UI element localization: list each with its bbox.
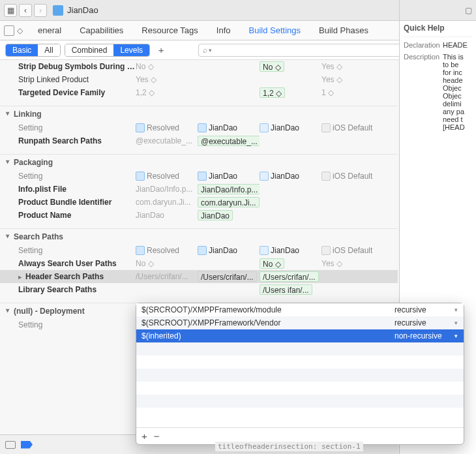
- popover-empty-row: [136, 369, 464, 382]
- paths-popover: $(SRCROOT)/XMPPFramework/modulerecursive…: [136, 303, 464, 445]
- setting-row[interactable]: Product Bundle Identifiercom.daryun.Ji..…: [0, 196, 398, 209]
- setting-row[interactable]: Library Search Paths/Users ifan/...: [0, 283, 398, 296]
- popover-empty-row: [136, 356, 464, 369]
- popover-empty-row: [136, 342, 464, 356]
- setting-row[interactable]: Targeted Device Family1,2 ◇1,2 ◇1 ◇: [0, 86, 398, 99]
- nav-back-button[interactable]: ‹: [19, 4, 32, 17]
- arrows-icon[interactable]: ◇: [17, 26, 23, 35]
- section-header[interactable]: Linking: [0, 106, 398, 121]
- tab-capabilities[interactable]: Capabilities: [70, 22, 132, 39]
- popover-empty-row: [136, 395, 464, 408]
- qh-description-label: Description: [404, 53, 443, 131]
- setting-row[interactable]: Always Search User PathsNo ◇No ◇Yes ◇: [0, 257, 398, 270]
- setting-row[interactable]: Runpath Search Paths@executable_...@exec…: [0, 134, 398, 147]
- section-header[interactable]: Packaging: [0, 154, 398, 170]
- popover-empty-row: [136, 408, 464, 421]
- qh-declaration-label: Declaration: [404, 41, 443, 49]
- tab-resource-tags[interactable]: Resource Tags: [132, 22, 207, 39]
- project-icon: [53, 5, 63, 16]
- section-header[interactable]: Search Paths: [0, 228, 398, 244]
- popover-add-button[interactable]: +: [141, 431, 147, 442]
- tab-info[interactable]: Info: [207, 22, 240, 39]
- seg-levels[interactable]: Levels: [113, 44, 149, 56]
- scope-segment[interactable]: Basic All: [5, 44, 61, 57]
- nav-forward-button[interactable]: ›: [34, 4, 47, 17]
- popover-remove-button[interactable]: −: [154, 431, 160, 442]
- view-segment[interactable]: Combined Levels: [65, 44, 150, 57]
- qh-description-value: This is to be for inc heade Objec Objec …: [443, 53, 472, 131]
- hidden-code-line: titleofheaderinsection: section-1: [215, 442, 363, 451]
- grid-view-icon[interactable]: ▦: [4, 4, 17, 17]
- column-header-row: SettingResolvedJianDaoJianDaoiOS Default: [0, 244, 398, 257]
- setting-row[interactable]: Info.plist FileJianDao/Info.p...JianDao/…: [0, 183, 398, 196]
- seg-all[interactable]: All: [38, 44, 59, 56]
- inspector-toggle-icon[interactable]: ▢: [465, 6, 472, 15]
- setting-row[interactable]: Header Search Paths/Users/crifan/.../Use…: [0, 270, 398, 283]
- setting-row[interactable]: Strip Debug Symbols During C...No ◇No ◇Y…: [0, 60, 398, 73]
- project-name: JianDao: [67, 5, 98, 15]
- tag-icon[interactable]: [21, 441, 33, 449]
- tab-build-settings[interactable]: Build Settings: [240, 22, 310, 39]
- select-all-checkbox[interactable]: [4, 25, 14, 36]
- add-setting-button[interactable]: +: [154, 44, 168, 55]
- popover-path-row[interactable]: $(SRCROOT)/XMPPFramework/modulerecursive…: [136, 303, 464, 316]
- setting-row[interactable]: Strip Linked ProductYes ◇Yes ◇: [0, 73, 398, 86]
- tab-eneral[interactable]: eneral: [29, 22, 70, 39]
- quick-help-title: Quick Help: [404, 23, 472, 37]
- popover-empty-row: [136, 382, 464, 395]
- search-icon: ⌕: [203, 46, 207, 55]
- column-header-row: SettingResolvedJianDaoJianDaoiOS Default: [0, 170, 398, 183]
- setting-row[interactable]: Product NameJianDaoJianDao: [0, 209, 398, 222]
- filter-icon[interactable]: [5, 441, 16, 449]
- qh-declaration-value: HEADE: [443, 41, 472, 49]
- seg-basic[interactable]: Basic: [6, 44, 38, 56]
- column-header-row: SettingResolvedJianDaoJianDaoiOS Default: [0, 121, 398, 134]
- seg-combined[interactable]: Combined: [65, 44, 114, 56]
- search-dropdown-icon[interactable]: ▾: [209, 47, 212, 53]
- popover-path-row[interactable]: $(SRCROOT)/XMPPFramework/Vendorrecursive…: [136, 316, 464, 329]
- popover-path-row[interactable]: $(inherited)non-recursive▾: [136, 329, 464, 342]
- tab-build-phases[interactable]: Build Phases: [310, 22, 378, 39]
